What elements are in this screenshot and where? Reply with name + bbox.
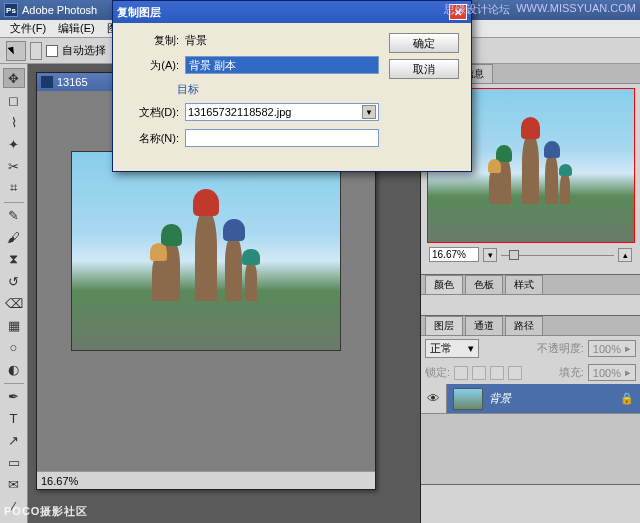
name-label: 名称(N): bbox=[125, 131, 179, 146]
copy-label: 复制: bbox=[125, 33, 179, 48]
brush-tool[interactable]: 🖌 bbox=[3, 227, 25, 247]
document-select[interactable]: 13165732118582.jpg ▼ bbox=[185, 103, 379, 121]
menu-file[interactable]: 文件(F) bbox=[4, 21, 52, 36]
target-group: 目标 文档(D): 13165732118582.jpg ▼ 名称(N): bbox=[125, 82, 379, 147]
document-statusbar: 16.67% bbox=[37, 471, 375, 489]
copy-value: 背景 bbox=[185, 33, 207, 48]
lock-row: 锁定: 填充: 100%▸ bbox=[421, 361, 640, 384]
stamp-tool[interactable]: ⧗ bbox=[3, 249, 25, 269]
lock-label: 锁定: bbox=[425, 365, 450, 380]
toolbox: ✥ ◻ ⌇ ✦ ✂ ⌗ ✎ 🖌 ⧗ ↺ ⌫ ▦ ○ ◐ ✒ T ↗ ▭ ✉ ⁄ bbox=[0, 64, 28, 523]
doc-title-text: 13165 bbox=[57, 76, 88, 88]
document-select-value: 13165732118582.jpg bbox=[188, 106, 291, 118]
marquee-tool[interactable]: ◻ bbox=[3, 90, 25, 110]
lock-pixels-icon[interactable] bbox=[472, 366, 486, 380]
auto-select-label: 自动选择 bbox=[62, 43, 106, 58]
gradient-tool[interactable]: ▦ bbox=[3, 315, 25, 335]
dodge-tool[interactable]: ◐ bbox=[3, 359, 25, 379]
tab-styles[interactable]: 样式 bbox=[505, 275, 543, 294]
wand-tool[interactable]: ✦ bbox=[3, 134, 25, 154]
color-panel: 颜色 色板 样式 bbox=[421, 275, 640, 316]
eraser-tool[interactable]: ⌫ bbox=[3, 293, 25, 313]
lock-icon: 🔒 bbox=[620, 392, 634, 405]
building-illustration bbox=[152, 202, 259, 301]
color-tabs: 颜色 色板 样式 bbox=[421, 275, 640, 295]
watermark-bottom: POCO摄影社区 bbox=[4, 502, 88, 519]
fill-label: 填充: bbox=[559, 365, 584, 380]
as-label: 为(A): bbox=[125, 58, 179, 73]
pen-tool[interactable]: ✒ bbox=[3, 386, 25, 406]
tab-swatches[interactable]: 色板 bbox=[465, 275, 503, 294]
layer-row-background[interactable]: 👁 背景 🔒 bbox=[421, 384, 640, 414]
lock-transparent-icon[interactable] bbox=[454, 366, 468, 380]
navigator-zoom-controls: 16.67% ▾ ▴ bbox=[425, 247, 636, 262]
zoom-slider-thumb[interactable] bbox=[509, 250, 519, 260]
lock-position-icon[interactable] bbox=[490, 366, 504, 380]
opacity-input[interactable]: 100%▸ bbox=[588, 340, 636, 357]
slice-tool[interactable]: ⌗ bbox=[3, 178, 25, 198]
move-tool[interactable]: ✥ bbox=[3, 68, 25, 88]
visibility-toggle[interactable]: 👁 bbox=[421, 384, 447, 413]
separator bbox=[4, 202, 24, 203]
app-icon: Ps bbox=[4, 3, 18, 17]
watermark-top: 思缘设计论坛WWW.MISSYUAN.COM bbox=[444, 2, 636, 17]
tab-channels[interactable]: 通道 bbox=[465, 316, 503, 335]
crop-tool[interactable]: ✂ bbox=[3, 156, 25, 176]
ok-button[interactable]: 确定 bbox=[389, 33, 459, 53]
separator bbox=[4, 383, 24, 384]
fill-input[interactable]: 100%▸ bbox=[588, 364, 636, 381]
zoom-input[interactable]: 16.67% bbox=[429, 247, 479, 262]
image-content bbox=[71, 151, 341, 351]
menu-edit[interactable]: 编辑(E) bbox=[52, 21, 101, 36]
dialog-title-text: 复制图层 bbox=[117, 5, 161, 20]
move-tool-icon[interactable] bbox=[6, 41, 26, 61]
blur-tool[interactable]: ○ bbox=[3, 337, 25, 357]
zoom-out-button[interactable]: ▾ bbox=[483, 248, 497, 262]
layers-tabs: 图层 通道 路径 bbox=[421, 316, 640, 336]
dialog-buttons: 确定 取消 bbox=[389, 33, 459, 155]
zoom-level[interactable]: 16.67% bbox=[41, 475, 78, 487]
lasso-tool[interactable]: ⌇ bbox=[3, 112, 25, 132]
type-tool[interactable]: T bbox=[3, 408, 25, 428]
dialog-fields: 复制: 背景 为(A): 目标 文档(D): 13165732118582.jp… bbox=[125, 33, 379, 155]
tab-layers[interactable]: 图层 bbox=[425, 316, 463, 335]
name-input[interactable] bbox=[185, 129, 379, 147]
dialog-body: 复制: 背景 为(A): 目标 文档(D): 13165732118582.jp… bbox=[113, 23, 471, 171]
lock-all-icon[interactable] bbox=[508, 366, 522, 380]
app-title: Adobe Photosh bbox=[22, 4, 97, 16]
color-body bbox=[421, 295, 640, 315]
layer-name[interactable]: 背景 bbox=[489, 391, 511, 406]
shape-tool[interactable]: ▭ bbox=[3, 452, 25, 472]
auto-select-checkbox[interactable] bbox=[46, 45, 58, 57]
tab-color[interactable]: 颜色 bbox=[425, 275, 463, 294]
path-tool[interactable]: ↗ bbox=[3, 430, 25, 450]
layer-thumbnail[interactable] bbox=[453, 388, 483, 410]
document-label: 文档(D): bbox=[125, 105, 179, 120]
duplicate-layer-dialog: 复制图层 ✕ 复制: 背景 为(A): 目标 文档(D): 1316573211… bbox=[112, 0, 472, 172]
chevron-down-icon: ▼ bbox=[362, 105, 376, 119]
notes-tool[interactable]: ✉ bbox=[3, 474, 25, 494]
heal-tool[interactable]: ✎ bbox=[3, 205, 25, 225]
layers-list: 👁 背景 🔒 bbox=[421, 384, 640, 484]
target-group-label: 目标 bbox=[125, 82, 379, 97]
zoom-in-button[interactable]: ▴ bbox=[618, 248, 632, 262]
layers-panel: 图层 通道 路径 正常▾ 不透明度: 100%▸ 锁定: 填充: 100%▸ bbox=[421, 316, 640, 485]
layer-options-row: 正常▾ 不透明度: 100%▸ bbox=[421, 336, 640, 361]
blend-mode-select[interactable]: 正常▾ bbox=[425, 339, 479, 358]
zoom-slider[interactable] bbox=[501, 250, 614, 260]
as-input[interactable] bbox=[185, 56, 379, 74]
dialog-titlebar[interactable]: 复制图层 ✕ bbox=[113, 1, 471, 23]
doc-icon bbox=[41, 76, 53, 88]
tool-preset-dropdown[interactable] bbox=[30, 42, 42, 60]
opacity-label: 不透明度: bbox=[537, 341, 584, 356]
nav-illustration bbox=[489, 127, 571, 204]
history-brush-tool[interactable]: ↺ bbox=[3, 271, 25, 291]
cancel-button[interactable]: 取消 bbox=[389, 59, 459, 79]
tab-paths[interactable]: 路径 bbox=[505, 316, 543, 335]
